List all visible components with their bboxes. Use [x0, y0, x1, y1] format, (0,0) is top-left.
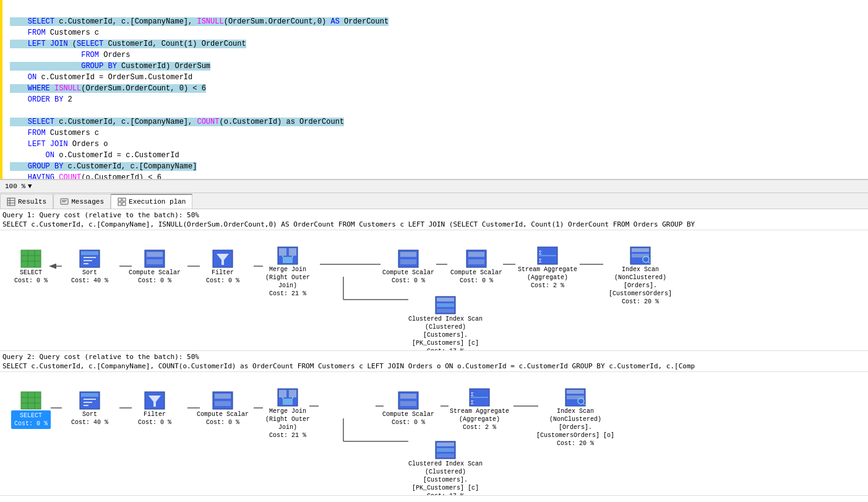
svg-rect-61: [437, 309, 454, 313]
compute2-icon: [397, 249, 419, 269]
select2-icon: [20, 391, 42, 410]
clustered-icon: [434, 295, 457, 315]
svg-rect-44: [400, 252, 416, 257]
zoom-level[interactable]: 100 %: [5, 183, 25, 190]
plan2-clustered-label: Clustered Index Scan (Clustered)[Custome…: [405, 460, 486, 496]
plan1-select-label: SELECTCost: 0 %: [14, 269, 48, 285]
merge2-icon: [277, 387, 299, 407]
execution-plan-tab-label: Execution plan: [129, 198, 186, 206]
select-icon: [20, 249, 42, 269]
svg-rect-47: [468, 252, 484, 257]
svg-rect-95: [400, 401, 416, 406]
plan1-clustered-node[interactable]: Clustered Index Scan (Clustered)[Custome…: [405, 295, 486, 351]
svg-rect-55: [632, 254, 649, 257]
yellow-bar: [0, 0, 2, 179]
query2-info-bar: Query 2: Query cost (relative to the bat…: [0, 351, 868, 372]
svg-rect-10: [122, 202, 126, 206]
svg-rect-89: [289, 390, 296, 397]
svg-rect-34: [147, 259, 163, 264]
sql-content[interactable]: SELECT c.CustomerId, c.[CompanyName], IS…: [0, 2, 868, 180]
filter-icon: [212, 249, 234, 269]
svg-rect-7: [118, 198, 121, 201]
zoom-dropdown-icon[interactable]: ▼: [28, 183, 32, 190]
compute3-icon: [465, 249, 488, 269]
svg-rect-78: [81, 393, 98, 397]
plan1-sort-node[interactable]: SortCost: 40 %: [62, 249, 118, 285]
plan2-sort-node[interactable]: SortCost: 40 %: [62, 391, 118, 426]
plan2-sort-label: SortCost: 40 %: [71, 410, 108, 426]
plan2-clustered-node[interactable]: Clustered Index Scan (Clustered)[Custome…: [405, 440, 486, 496]
plan2-filter-label: FilterCost: 0 %: [138, 410, 171, 426]
tab-results[interactable]: Results: [0, 194, 53, 209]
svg-rect-108: [437, 454, 454, 457]
plan1-compute2-label: Compute ScalarCost: 0 %: [382, 269, 434, 285]
plan1-compute3-node[interactable]: Compute ScalarCost: 0 %: [449, 249, 504, 285]
svg-rect-45: [400, 259, 416, 264]
plan2-compute-node[interactable]: Compute ScalarCost: 0 %: [195, 391, 251, 426]
plan1-index-label: Index Scan (NonClustered)[Orders].[Custo…: [603, 266, 677, 306]
svg-rect-38: [279, 248, 286, 256]
plan1-sort-label: SortCost: 40 %: [71, 269, 108, 285]
plan1-merge-label: Merge Join(Right Outer Join)Cost: 21 %: [257, 266, 319, 298]
plan1-filter-label: FilterCost: 0 %: [206, 269, 239, 285]
svg-rect-102: [567, 396, 584, 399]
plan2-select-node[interactable]: SELECTCost: 0 %: [3, 391, 59, 429]
plan2-stream-label: Stream Aggregate(Aggregate)Cost: 2 %: [450, 407, 509, 431]
svg-rect-40: [283, 257, 293, 263]
svg-rect-39: [289, 248, 296, 256]
plan1-stream-node[interactable]: Σ Σ Stream Aggregate(Aggregate)Cost: 2 %: [517, 246, 578, 290]
svg-rect-9: [118, 202, 121, 206]
results-icon: [7, 197, 15, 206]
plan1-filter-node[interactable]: FilterCost: 0 %: [195, 249, 251, 285]
plan1-merge-node[interactable]: Merge Join(Right Outer Join)Cost: 21 %: [257, 246, 319, 298]
svg-rect-8: [122, 198, 126, 201]
plan2-compute2-node[interactable]: Compute ScalarCost: 0 %: [380, 391, 436, 426]
query1-line2: SELECT c.CustomerId, c.[CompanyName], IS…: [2, 220, 866, 229]
sort2-icon: [79, 391, 101, 410]
plan2-index-label: Index Scan (NonClustered)[Orders].[Custo…: [535, 407, 616, 448]
svg-rect-28: [81, 251, 98, 255]
svg-rect-101: [567, 390, 584, 394]
results-tab-label: Results: [18, 198, 46, 206]
plan2-merge-node[interactable]: Merge Join(Right Outer Join)Cost: 21 %: [257, 387, 319, 439]
compute1-icon: [144, 249, 166, 269]
plan1-compute2-node[interactable]: Compute ScalarCost: 0 %: [380, 249, 436, 285]
filter2-icon: [144, 391, 166, 410]
svg-text:Σ: Σ: [539, 250, 542, 256]
sql-editor: SELECT c.CustomerId, c.[CompanyName], IS…: [0, 0, 868, 180]
query1-info-bar: Query 1: Query cost (relative to the bat…: [0, 209, 868, 230]
compute5-icon: [397, 391, 419, 410]
query2-exec-plan: SELECTCost: 0 % SortCost: 40 % FilterCos…: [0, 372, 868, 496]
sort-icon: [79, 249, 101, 269]
compute4-icon: [212, 391, 234, 410]
query2-line1: Query 2: Query cost (relative to the bat…: [2, 352, 866, 361]
plan1-index-node[interactable]: Index Scan (NonClustered)[Orders].[Custo…: [603, 246, 677, 306]
plan1-compute1-node[interactable]: Compute ScalarCost: 0 %: [127, 249, 183, 285]
svg-rect-107: [437, 448, 454, 452]
stream-icon: Σ Σ: [536, 246, 559, 266]
tab-messages[interactable]: Messages: [53, 194, 111, 209]
plan1-select-node[interactable]: SELECTCost: 0 %: [3, 249, 59, 285]
svg-rect-0: [7, 198, 15, 206]
plan2-compute2-label: Compute ScalarCost: 0 %: [382, 410, 434, 426]
plan2-index-node[interactable]: Index Scan (NonClustered)[Orders].[Custo…: [535, 387, 616, 448]
plan1-stream-label: Stream Aggregate(Aggregate)Cost: 2 %: [518, 266, 577, 290]
plan2-select-label: SELECTCost: 0 %: [11, 410, 51, 429]
execution-plan-icon: [118, 197, 126, 206]
plan2-filter-node[interactable]: FilterCost: 0 %: [127, 391, 183, 426]
svg-rect-22: [21, 250, 41, 267]
results-pane: Query 1: Query cost (relative to the bat…: [0, 209, 868, 502]
tab-execution-plan[interactable]: Execution plan: [111, 194, 192, 209]
index-scan2-icon: [564, 387, 587, 407]
svg-rect-90: [283, 399, 293, 405]
stream2-icon: Σ Σ: [468, 387, 491, 407]
plan2-stream-node[interactable]: Σ Σ Stream Aggregate(Aggregate)Cost: 2 %: [449, 387, 510, 431]
svg-text:Σ: Σ: [539, 258, 542, 264]
plan1-compute1-label: Compute ScalarCost: 0 %: [129, 269, 181, 285]
svg-rect-94: [400, 394, 416, 399]
messages-tab-label: Messages: [71, 198, 104, 206]
svg-rect-72: [21, 392, 41, 409]
zoom-bar: 100 % ▼: [0, 180, 868, 193]
plan1-compute3-label: Compute ScalarCost: 0 %: [450, 269, 502, 285]
svg-rect-60: [437, 303, 454, 307]
